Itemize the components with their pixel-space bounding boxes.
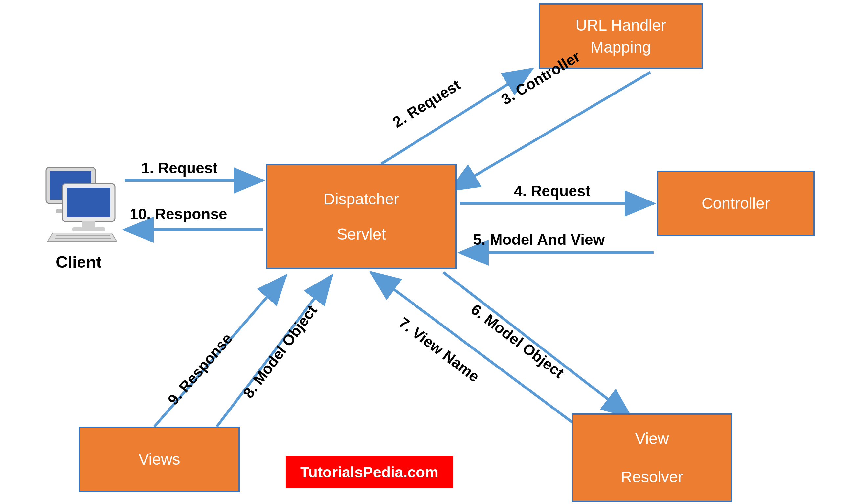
client-label: Client [56,253,102,272]
dispatcher-line1: Dispatcher [324,188,399,210]
view-resolver-line1: View [635,428,669,450]
client-icon [36,164,122,243]
url-handler-line2: Mapping [591,36,651,58]
edge-8-label: 8. Model Object [239,302,320,401]
views-box: Views [79,427,240,492]
view-resolver-line2: Resolver [621,466,683,488]
svg-rect-16 [67,188,110,217]
url-handler-line1: URL Handler [575,14,666,36]
dispatcher-line2: Servlet [337,223,386,245]
edge-1-label: 1. Request [141,159,218,177]
views-line1: Views [138,448,180,470]
controller-box: Controller [657,170,815,236]
edge-9-label: 9. Response [164,330,236,409]
svg-marker-19 [48,233,117,241]
edge-2-label: 2. Request [389,76,464,131]
watermark: TutorialsPedia.com [286,456,453,488]
svg-rect-17 [82,221,95,228]
svg-line-8 [371,272,578,427]
edge-10-label: 10. Response [130,205,227,223]
edge-4-label: 4. Request [514,182,591,200]
svg-rect-18 [72,228,105,231]
edge-5-label: 5. Model And View [473,231,605,248]
view-resolver-box: View Resolver [572,413,732,502]
edge-7-label: 7. View Name [396,313,483,385]
controller-line1: Controller [701,192,770,214]
edge-6-label: 6. Model Object [468,300,568,382]
svg-line-4 [450,72,650,190]
dispatcher-servlet-box: Dispatcher Servlet [266,164,456,269]
